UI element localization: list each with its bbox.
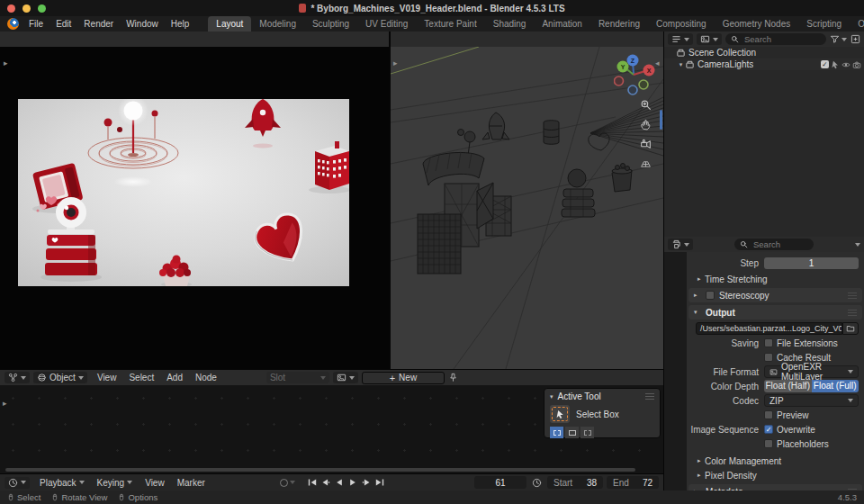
- scrollbar-thumb[interactable]: [660, 110, 662, 130]
- blender-window: * Byborg_Machines_V019_Header.blend - Bl…: [0, 0, 864, 504]
- pin-icon[interactable]: [448, 373, 458, 382]
- current-frame-field[interactable]: 61: [474, 476, 526, 489]
- horizontal-scrollbar[interactable]: [5, 468, 635, 472]
- outliner-row-cameralights[interactable]: ▾CameraLights✓: [664, 58, 864, 70]
- play-reverse-button[interactable]: [333, 477, 346, 489]
- new-material-button[interactable]: +New: [362, 372, 445, 384]
- toolbar-expand-icon[interactable]: ▸: [393, 59, 398, 68]
- outliner-filter-dropdown[interactable]: [830, 34, 847, 44]
- output-panel[interactable]: ▾Output: [688, 305, 862, 320]
- metadata-panel[interactable]: ▸Metadata: [688, 484, 862, 490]
- color-management-panel[interactable]: Color Management: [705, 456, 781, 466]
- select-box-tool-button[interactable]: [550, 405, 570, 423]
- timeline-menu-view[interactable]: View: [139, 475, 171, 490]
- tab-texture-paint[interactable]: Texture Paint: [416, 16, 484, 32]
- new-collection-icon[interactable]: [850, 34, 860, 44]
- jump-start-button[interactable]: [306, 477, 319, 489]
- timeline-editor-dropdown[interactable]: [4, 477, 30, 489]
- menu-help[interactable]: Help: [165, 16, 196, 32]
- outliner-display-dropdown[interactable]: [697, 33, 722, 45]
- time-stretching-panel[interactable]: Time Stretching: [705, 274, 768, 284]
- prev-keyframe-button[interactable]: [320, 477, 332, 489]
- menu-window[interactable]: Window: [120, 16, 165, 32]
- select-mode-extend-button[interactable]: [565, 427, 579, 438]
- collapse-icon[interactable]: ▾: [550, 393, 554, 400]
- viewport-rendered[interactable]: ▸: [0, 47, 389, 369]
- frame-end-field[interactable]: End72: [607, 476, 659, 489]
- timeline-menu-playback[interactable]: Playback: [33, 475, 91, 490]
- node-menu-select[interactable]: Select: [122, 370, 160, 385]
- outliner-editor-dropdown[interactable]: [668, 33, 693, 45]
- outliner-row-scene-collection[interactable]: Scene Collection: [664, 47, 864, 58]
- browse-folder-button[interactable]: [842, 322, 859, 335]
- toolbar-expand-icon[interactable]: ▸: [4, 59, 8, 68]
- shader-type-dropdown[interactable]: Object: [33, 372, 87, 383]
- tab-shading[interactable]: Shading: [485, 16, 535, 32]
- expand-icon[interactable]: ▾: [677, 61, 685, 68]
- properties-options-dropdown[interactable]: [855, 243, 860, 247]
- blender-logo-icon[interactable]: [7, 18, 19, 30]
- outliner-search-input[interactable]: [742, 33, 821, 45]
- menu-render[interactable]: Render: [77, 16, 120, 32]
- selectable-toggle-icon[interactable]: [831, 60, 840, 69]
- tab-compositing[interactable]: Compositing: [648, 16, 715, 32]
- overwrite-checkbox[interactable]: ✓: [764, 425, 773, 434]
- hide-toggle-icon[interactable]: [842, 60, 850, 69]
- timeline-menu-marker[interactable]: Marker: [171, 475, 212, 490]
- tab-animation[interactable]: Animation: [534, 16, 590, 32]
- camera-view-icon[interactable]: [640, 139, 652, 150]
- timeline-menu-keying[interactable]: Keying: [91, 475, 140, 490]
- tab-sculpting[interactable]: Sculpting: [304, 16, 357, 32]
- zoom-icon[interactable]: [640, 99, 652, 111]
- codec-dropdown[interactable]: ZIP: [764, 394, 859, 407]
- tab-rendering[interactable]: Rendering: [590, 16, 648, 32]
- tab-uv-editing[interactable]: UV Editing: [357, 16, 416, 32]
- properties-editor-dropdown[interactable]: [668, 238, 693, 250]
- node-menu-add[interactable]: Add: [160, 370, 189, 385]
- tab-modeling[interactable]: Modeling: [251, 16, 304, 32]
- play-button[interactable]: [346, 477, 359, 489]
- placeholders-checkbox[interactable]: [764, 439, 773, 448]
- slot-dropdown[interactable]: Slot: [266, 372, 329, 383]
- panel-grip[interactable]: [645, 396, 654, 397]
- node-menu-view[interactable]: View: [91, 370, 123, 385]
- next-keyframe-button[interactable]: [360, 477, 373, 489]
- perspective-toggle-icon[interactable]: [640, 158, 652, 170]
- file-format-dropdown[interactable]: OpenEXR MultiLayer: [764, 365, 859, 378]
- select-mode-subtract-button[interactable]: [580, 427, 594, 438]
- tab-geometry-nodes[interactable]: Geometry Nodes: [715, 16, 799, 32]
- jump-end-button[interactable]: [374, 477, 386, 489]
- pan-hand-icon[interactable]: [640, 119, 652, 130]
- toolbar-expand-icon[interactable]: ▸: [3, 400, 7, 408]
- select-mode-set-button[interactable]: [550, 427, 563, 438]
- properties-search[interactable]: [734, 238, 814, 250]
- output-path-field[interactable]: /Users/sebastian.parzat...Logo_City_V07_…: [696, 322, 842, 335]
- editor-type-dropdown[interactable]: [4, 372, 30, 383]
- step-slider[interactable]: 1: [764, 257, 859, 269]
- color-depth-full-button[interactable]: Float (Full): [812, 380, 860, 392]
- browse-material-dropdown[interactable]: [333, 372, 358, 383]
- color-depth-half-button[interactable]: Float (Half): [764, 380, 812, 392]
- pixel-density-panel[interactable]: Pixel Density: [705, 471, 757, 481]
- use-preview-range-icon[interactable]: [532, 478, 542, 488]
- file-extensions-checkbox[interactable]: [764, 338, 773, 347]
- menu-file[interactable]: File: [22, 16, 50, 32]
- stereoscopy-checkbox[interactable]: [706, 291, 715, 300]
- cache-result-checkbox[interactable]: [764, 353, 773, 362]
- auto-keying-toggle[interactable]: [280, 479, 288, 487]
- tab-layout[interactable]: Layout: [208, 16, 251, 32]
- frame-start-field[interactable]: Start38: [547, 476, 603, 489]
- node-editor-canvas[interactable]: ▸ ▾ Active Tool Select Box: [0, 385, 663, 473]
- menu-edit[interactable]: Edit: [50, 16, 77, 32]
- preview-checkbox[interactable]: [764, 410, 773, 419]
- tab-office[interactable]: Office: [850, 16, 864, 32]
- viewport-wireframe[interactable]: ▸ ◂ Z Y X: [391, 47, 663, 369]
- node-menu-node[interactable]: Node: [189, 370, 223, 385]
- render-toggle-icon[interactable]: [852, 60, 861, 69]
- properties-search-input[interactable]: [752, 238, 808, 250]
- outliner-search[interactable]: [725, 33, 826, 45]
- tab-scripting[interactable]: Scripting: [798, 16, 850, 32]
- collection-checkbox[interactable]: ✓: [821, 60, 829, 68]
- stereoscopy-panel[interactable]: ▸ Stereoscopy: [688, 288, 862, 302]
- navigation-gizmo[interactable]: Z Y X: [614, 52, 663, 97]
